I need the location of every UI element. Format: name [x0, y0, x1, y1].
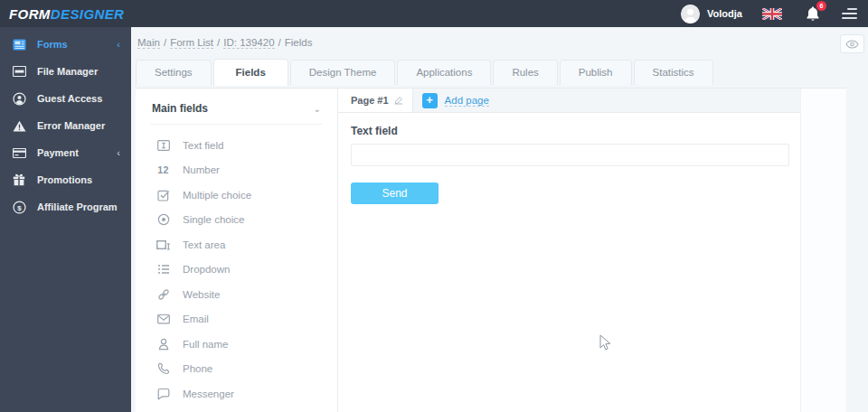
text-field-icon	[156, 138, 171, 153]
sidebar-item-label: Payment	[37, 147, 117, 158]
form-tabs: Settings Fields Design Theme Application…	[131, 58, 868, 85]
tab-publish[interactable]: Publish	[560, 60, 632, 85]
tab-settings[interactable]: Settings	[136, 60, 212, 85]
sidebar-item-affiliate-program[interactable]: $ Affiliate Program	[0, 193, 131, 220]
panel-gutter	[801, 89, 846, 412]
email-icon	[156, 312, 171, 326]
avatar-person-icon	[681, 5, 700, 23]
tab-statistics[interactable]: Statistics	[634, 60, 713, 85]
breadcrumb-row: Main/Form List/ID: 139420/Fields	[131, 27, 868, 58]
svg-text:$: $	[17, 203, 22, 211]
send-button[interactable]: Send	[351, 183, 439, 204]
preview-button[interactable]	[840, 34, 864, 53]
field-group-label: Main fields	[152, 102, 208, 115]
field-type-dropdown[interactable]: Dropdown	[150, 258, 323, 283]
sidebar-item-promotions[interactable]: Promotions	[0, 166, 131, 193]
field-type-text-field[interactable]: Text field	[150, 133, 323, 158]
field-group-selector[interactable]: Main fields ⌄	[150, 100, 323, 125]
language-flag-uk-icon[interactable]	[762, 8, 782, 20]
breadcrumb-separator: /	[164, 37, 166, 48]
topbar: FORMDESIGNER Volodja 6	[0, 0, 868, 27]
breadcrumb: Main/Form List/ID: 139420/Fields	[137, 37, 312, 48]
notifications-button[interactable]: 6	[806, 5, 820, 22]
sidebar-item-file-manager[interactable]: File Manager	[0, 58, 131, 85]
field-type-phone[interactable]: Phone	[150, 357, 323, 382]
sidebar-item-label: Error Manager	[37, 120, 120, 131]
affiliate-program-icon: $	[12, 200, 26, 214]
breadcrumb-separator: /	[217, 37, 220, 48]
error-manager-icon	[12, 118, 26, 133]
menu-toggle-button[interactable]	[842, 8, 857, 19]
form-canvas: Text field Send	[338, 113, 800, 204]
field-label: Text field	[351, 125, 789, 137]
page-tab-1[interactable]: Page #1	[338, 89, 413, 112]
promotions-icon	[12, 173, 26, 187]
logo-part-form: FORM	[9, 6, 51, 22]
sidebar-item-error-manager[interactable]: Error Manager	[0, 112, 131, 139]
fields-tab-panel: Main fields ⌄ Text field 12 Number	[136, 88, 846, 412]
full-name-icon	[156, 337, 171, 351]
field-type-messenger[interactable]: Messenger	[150, 381, 323, 407]
field-type-list: Text field 12 Number Multiple choice	[150, 125, 323, 407]
sidebar-item-label: File Manager	[37, 66, 120, 77]
file-manager-icon	[12, 64, 26, 79]
chevron-left-icon: ‹	[117, 39, 120, 50]
dropdown-icon	[156, 262, 171, 276]
text-area-icon	[156, 238, 171, 252]
text-field-input[interactable]	[351, 144, 789, 166]
breadcrumb-current: Fields	[285, 37, 313, 48]
sidebar-item-label: Guest Access	[37, 93, 120, 104]
field-type-website[interactable]: Website	[150, 282, 323, 307]
field-types-column: Main fields ⌄ Text field 12 Number	[136, 89, 338, 412]
field-type-number[interactable]: 12 Number	[150, 158, 323, 183]
field-type-single-choice[interactable]: Single choice	[150, 208, 323, 233]
add-page-button[interactable]: + Add page	[422, 89, 489, 112]
sidebar-item-label: Promotions	[37, 174, 120, 185]
field-type-full-name[interactable]: Full name	[150, 332, 323, 357]
logo-part-designer: DESIGNER	[51, 6, 125, 22]
messenger-icon	[156, 387, 171, 401]
sidebar-item-guest-access[interactable]: Guest Access	[0, 85, 131, 112]
breadcrumb-main[interactable]: Main	[137, 37, 160, 49]
tab-fields[interactable]: Fields	[213, 59, 288, 86]
field-type-text-area[interactable]: Text area	[150, 232, 323, 258]
field-type-multiple-choice[interactable]: Multiple choice	[150, 183, 323, 208]
breadcrumb-form-id[interactable]: ID: 139420	[223, 37, 274, 49]
sidebar-item-payment[interactable]: Payment ‹	[0, 139, 131, 166]
breadcrumb-separator: /	[278, 37, 281, 48]
eye-icon	[845, 40, 859, 49]
plus-icon: +	[422, 93, 438, 108]
forms-icon	[12, 37, 26, 52]
user-name[interactable]: Volodja	[707, 8, 742, 19]
tab-applications[interactable]: Applications	[397, 60, 491, 85]
form-preview-area: Page #1 + Add page Text field	[338, 89, 846, 412]
chevron-down-icon: ⌄	[314, 104, 321, 114]
add-page-label: Add page	[445, 95, 489, 107]
single-choice-icon	[156, 212, 171, 227]
sidebar-item-label: Affiliate Program	[37, 201, 120, 212]
field-type-email[interactable]: Email	[150, 307, 323, 332]
breadcrumb-form-list[interactable]: Form List	[170, 37, 213, 49]
chevron-left-icon: ‹	[117, 147, 120, 158]
sidebar-item-label: Forms	[37, 39, 117, 50]
guest-access-icon	[12, 91, 26, 106]
multiple-choice-icon	[156, 188, 171, 202]
app-logo: FORMDESIGNER	[9, 6, 124, 22]
sidebar: Forms ‹ File Manager Guest Access Error …	[0, 27, 131, 412]
phone-icon	[156, 361, 171, 376]
page-tabs-row: Page #1 + Add page	[338, 89, 800, 113]
user-avatar[interactable]	[681, 5, 700, 23]
number-icon: 12	[156, 163, 171, 177]
website-icon	[156, 287, 171, 302]
content-area: Main/Form List/ID: 139420/Fields Setting…	[131, 27, 868, 412]
edit-page-icon[interactable]	[394, 96, 403, 105]
tab-rules[interactable]: Rules	[493, 60, 557, 85]
tab-design-theme[interactable]: Design Theme	[290, 60, 396, 85]
sidebar-item-forms[interactable]: Forms ‹	[0, 31, 131, 58]
notification-badge: 6	[816, 1, 826, 11]
payment-icon	[12, 145, 26, 160]
